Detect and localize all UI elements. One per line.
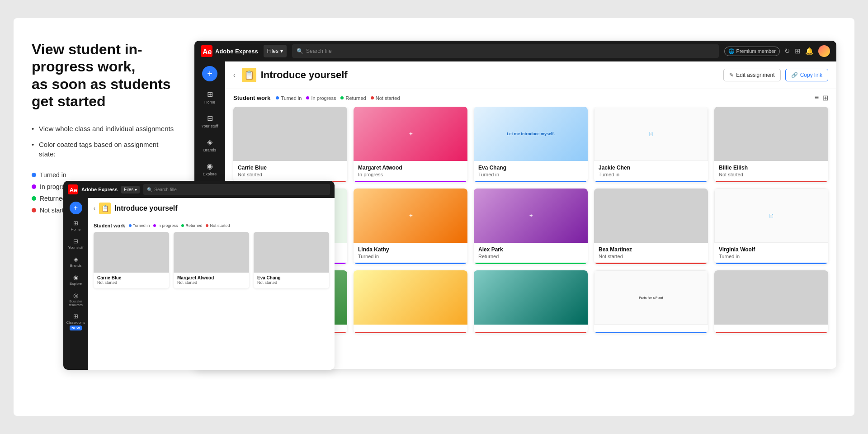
small-status-margaret: Not started (177, 280, 245, 285)
student-thumb-row3-3 (474, 270, 588, 325)
thumb-text-eva: Let me Introduce myself. (474, 107, 588, 161)
assignment-icon-small: 📋 (99, 203, 111, 214)
legend-label-turned-in-small: Turned in (133, 223, 150, 228)
legend-returned: Returned (340, 95, 366, 101)
student-name-billie-eilish: Billie Eilish (719, 165, 824, 171)
premium-label: Premium member (736, 48, 776, 54)
student-name-linda-kathy: Linda Kathy (358, 246, 463, 253)
grid-icon[interactable]: ⊞ (795, 47, 801, 55)
small-thumb-carrie (94, 232, 169, 273)
copy-link-button[interactable]: 🔗 Copy link (785, 69, 828, 81)
thumb-ws-content: 📄 (715, 189, 828, 242)
sort-grid-icon[interactable]: ⊞ (822, 94, 828, 102)
student-info-row3-4 (594, 325, 708, 333)
legend-turned-in-small: Turned in (129, 223, 150, 228)
heading-line2: as soon as students get started (32, 76, 171, 109)
back-button[interactable]: ‹ (233, 71, 236, 79)
sidebar-item-brands-small[interactable]: ◈ Brands (65, 253, 87, 270)
refresh-icon[interactable]: ↻ (784, 47, 790, 55)
student-info-alex-park: Alex Park Returned (474, 243, 588, 264)
small-card-carrie[interactable]: Carrie Blue Not started (94, 232, 169, 288)
sidebar-item-classrooms-small[interactable]: ⊞ Classrooms NEW (65, 310, 87, 333)
student-thumb-bea-martinez (594, 189, 708, 243)
student-thumb-billie-eilish (714, 107, 828, 161)
student-status-linda-kathy: Turned in (358, 254, 463, 259)
sidebar-label-your-stuff: Your stuff (201, 124, 218, 128)
legend-in-progress-small: In progress (153, 223, 178, 228)
student-card-margaret-atwood[interactable]: ✦ Margaret Atwood In progress (354, 107, 467, 182)
your-stuff-icon: ⊟ (205, 113, 214, 123)
dropdown-arrow-icon-small: ▾ (135, 187, 137, 192)
student-info-virginia-woolf: Virginia Woolf Turned in (714, 243, 828, 264)
legend-dot-in-progress (306, 96, 309, 99)
sidebar-item-explore[interactable]: ◉ Explore (197, 158, 223, 180)
adobe-express-logo-icon: Ae (201, 45, 212, 57)
legend-dot-not-started (371, 96, 374, 99)
student-card-row3-3[interactable] (474, 270, 588, 333)
student-work-header: Student work Turned in In progress (225, 89, 836, 107)
student-status-jackie-chen: Turned in (599, 172, 703, 177)
sidebar-item-your-stuff[interactable]: ⊟ Your stuff (197, 110, 223, 132)
student-status-bea-martinez: Not started (599, 254, 703, 259)
student-thumb-jackie-chen: 📄 (594, 107, 708, 161)
edit-assignment-button[interactable]: ✎ Edit assignment (723, 69, 780, 81)
sidebar-item-stuff-small[interactable]: ⊟ Your stuff (65, 235, 87, 252)
bell-icon[interactable]: 🔔 (805, 47, 814, 55)
student-card-row3-5[interactable] (714, 270, 828, 333)
student-card-row3-2[interactable] (354, 270, 467, 333)
ae-logo-text-small: Adobe Express (81, 187, 118, 192)
sidebar-item-brands[interactable]: ◈ Brands (197, 134, 223, 156)
assignment-title: Introduce yourself (261, 69, 348, 81)
student-card-carrie-blue[interactable]: Carrie Blue Not started (233, 107, 347, 182)
assignment-header: ‹ 📋 Introduce yourself ✎ Edit assignment… (225, 61, 836, 89)
back-button-small[interactable]: ‹ (94, 205, 95, 212)
edit-label: Edit assignment (736, 72, 774, 78)
files-dropdown[interactable]: Files ▾ (264, 45, 287, 57)
ae-topbar: Ae Adobe Express Files ▾ 🔍 Search file 🌐… (194, 41, 836, 61)
student-name-bea-martinez: Bea Martinez (599, 246, 703, 253)
thumb-ws-lines: 📄 (594, 107, 708, 160)
header-actions: ✎ Edit assignment 🔗 Copy link (723, 69, 828, 81)
student-card-jackie-chen[interactable]: 📄 Jackie Chen Turned in (594, 107, 708, 182)
svg-text:Ae: Ae (69, 187, 77, 193)
legend-dot-returned-small (181, 224, 184, 227)
search-bar[interactable]: 🔍 Search file (292, 44, 719, 58)
legend-label-not-started: Not started (376, 95, 400, 101)
student-info-linda-kathy: Linda Kathy Turned in (354, 243, 467, 264)
sidebar-item-explore-small[interactable]: ◉ Explore (65, 271, 87, 288)
files-dropdown-small[interactable]: Files ▾ (121, 186, 140, 193)
student-work-header-small: Student work Turned in In progress Re (88, 219, 335, 232)
new-badge-small: NEW (70, 326, 82, 330)
small-card-eva[interactable]: Eva Chang Not started (254, 232, 329, 288)
student-name-margaret-atwood: Margaret Atwood (358, 165, 463, 171)
student-thumb-linda-kathy: ✦ (354, 189, 467, 243)
sw-title-small: Student work (94, 223, 125, 228)
sort-list-icon[interactable]: ≡ (815, 94, 819, 102)
student-status-eva-chang: Turned in (478, 172, 583, 177)
small-thumb-margaret (174, 232, 249, 273)
sidebar-item-edu-small[interactable]: ◎ Educator resources (65, 289, 87, 309)
student-card-virginia-woolf[interactable]: 📄 Virginia Woolf Turned in (714, 189, 828, 264)
files-label: Files (267, 48, 278, 54)
student-card-alex-park[interactable]: ✦ Alex Park Returned (474, 189, 588, 264)
adobe-express-logo-small: Ae (68, 184, 78, 194)
search-bar-small[interactable]: 🔍 Search fille (143, 184, 330, 195)
new-fab-small[interactable]: + (70, 202, 82, 214)
student-card-row3-4[interactable]: Parts for a Plant (594, 270, 708, 333)
new-fab-button[interactable]: + (202, 66, 217, 81)
small-name-carrie: Carrie Blue (97, 275, 165, 280)
student-info-billie-eilish: Billie Eilish Not started (714, 161, 828, 182)
user-avatar[interactable] (818, 45, 830, 57)
brands-icon-small: ◈ (74, 256, 78, 263)
sidebar-item-home[interactable]: ⊞ Home (197, 86, 223, 108)
small-card-margaret[interactable]: Margaret Atwood Not started (174, 232, 249, 288)
small-status-eva: Not started (257, 280, 326, 285)
student-card-linda-kathy[interactable]: ✦ Linda Kathy Turned in (354, 189, 467, 264)
premium-icon: 🌐 (728, 48, 735, 54)
classrooms-icon-small: ⊞ (73, 313, 78, 320)
student-card-billie-eilish[interactable]: Billie Eilish Not started (714, 107, 828, 182)
student-card-bea-martinez[interactable]: Bea Martinez Not started (594, 189, 708, 264)
student-card-eva-chang[interactable]: Let me Introduce myself. Eva Chang Turne… (474, 107, 588, 182)
student-thumb-row3-4: Parts for a Plant (594, 270, 708, 325)
sidebar-item-home-small[interactable]: ⊞ Home (65, 217, 87, 234)
